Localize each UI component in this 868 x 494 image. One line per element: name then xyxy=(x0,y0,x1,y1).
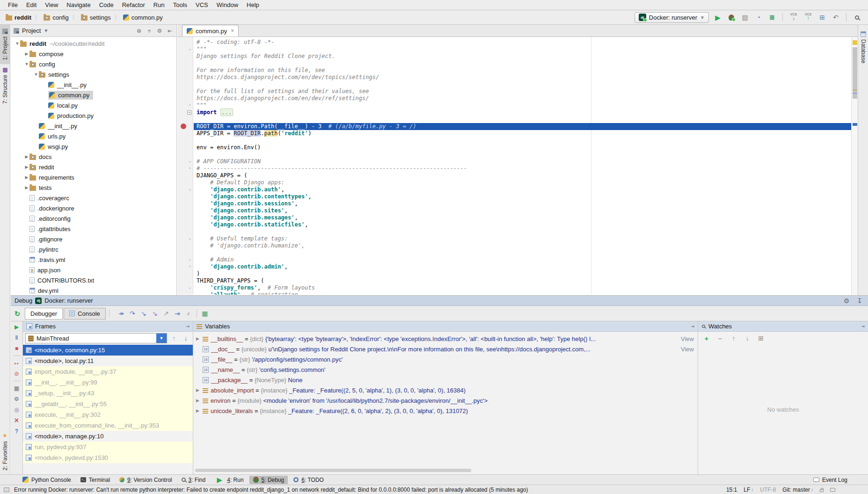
breadcrumb-item-settings[interactable]: settings xyxy=(80,13,112,22)
status-lf[interactable]: LF↕ xyxy=(744,487,753,493)
tree-row--dockerignore[interactable]: .dockerignore xyxy=(11,203,176,213)
code-line[interactable]: import ... xyxy=(194,109,851,116)
tree-row-tests[interactable]: ▶tests xyxy=(11,182,176,193)
tree-row-common-py[interactable]: common.py xyxy=(11,90,176,100)
menu-vcs[interactable]: VCS xyxy=(191,1,212,9)
breadcrumb-item-common-py[interactable]: common.py xyxy=(122,13,164,22)
rerun-icon[interactable] xyxy=(13,309,22,318)
show-execution-point-icon[interactable] xyxy=(117,309,126,318)
tree-collapsed-arrow[interactable]: ▶ xyxy=(24,154,29,159)
vcs-update-icon[interactable]: VCS↓ xyxy=(788,13,799,22)
code-line[interactable]: https://docs.djangoproject.com/en/dev/re… xyxy=(194,95,851,102)
tree-row-reddit[interactable]: ▶reddit xyxy=(11,162,176,172)
console-layout-icon[interactable] xyxy=(200,309,210,318)
code-line[interactable]: 'django.contrib.staticfiles', xyxy=(194,221,851,228)
scrollbar-thumb[interactable] xyxy=(853,47,857,99)
frame-row[interactable]: <module>, pydevd.py:1530 xyxy=(23,452,193,463)
code-line[interactable]: # 'django.contrib.humanize', xyxy=(194,242,851,249)
code-line[interactable]: 'django.contrib.sessions', xyxy=(194,200,851,207)
stripe-mark-tan[interactable] xyxy=(853,89,857,91)
debug-tab-debugger[interactable]: Debugger xyxy=(25,308,63,320)
menu-tools[interactable]: Tools xyxy=(169,1,191,9)
tree-collapsed-arrow[interactable]: ▶ xyxy=(24,185,29,190)
view-breakpoints-icon[interactable] xyxy=(13,359,21,367)
stop-icon[interactable] xyxy=(13,345,21,352)
code-line[interactable]: # APP CONFIGURATION xyxy=(194,158,851,165)
variable-row-absolute_import[interactable]: ▶absolute_import = {instance} _Feature: … xyxy=(193,385,698,395)
fold-open-icon[interactable]: ⌄ xyxy=(188,159,192,163)
expand-arrow-icon[interactable]: ▶ xyxy=(195,408,200,413)
tree-row-__init__-py[interactable]: __init__.py xyxy=(11,80,176,90)
code-line[interactable]: 'django.contrib.admin', xyxy=(194,263,851,270)
code-line[interactable] xyxy=(194,151,851,158)
tree-collapsed-arrow[interactable]: ▶ xyxy=(24,51,29,56)
view-link[interactable]: View xyxy=(681,346,696,353)
fold-open-icon[interactable]: ⌄ xyxy=(188,257,192,262)
add-icon[interactable] xyxy=(702,334,711,343)
duplicate-icon[interactable] xyxy=(756,334,766,343)
move-down-icon[interactable] xyxy=(743,334,752,343)
recent-changes-icon[interactable] xyxy=(817,13,827,22)
thread-selector[interactable]: MainThread ▼ xyxy=(25,333,167,343)
stripe-mark-execution[interactable] xyxy=(853,123,857,126)
toolwindow-button-database[interactable]: Database xyxy=(858,28,868,67)
code-line[interactable]: APPS_DIR = ROOT_DIR.path('reddit') xyxy=(194,130,851,137)
code-line[interactable]: 'django.contrib.messages', xyxy=(194,214,851,221)
toolwindow-button-4-run[interactable]: 4: Run xyxy=(211,474,247,486)
hide-icon[interactable] xyxy=(166,27,174,35)
variable-row-environ[interactable]: ▶environ = {module} <module 'environ' fr… xyxy=(193,395,698,406)
fold-expand-icon[interactable]: + xyxy=(187,110,191,115)
menu-code[interactable]: Code xyxy=(95,1,118,9)
tree-row-settings[interactable]: ▼settings xyxy=(11,69,176,80)
editor-tab-common-py[interactable]: common.py × xyxy=(182,25,239,36)
frame-row[interactable]: <module>, local.py:11 xyxy=(23,356,193,366)
code-line[interactable]: 'django.contrib.auth', xyxy=(194,186,851,193)
tree-row-requirements[interactable]: ▶requirements xyxy=(11,172,176,182)
code-line[interactable]: ) xyxy=(194,270,851,277)
rollback-icon[interactable] xyxy=(831,13,840,22)
tree-collapsed-arrow[interactable]: ▶ xyxy=(24,175,29,180)
menu-navigate[interactable]: Navigate xyxy=(62,1,95,9)
help-icon[interactable] xyxy=(13,428,21,435)
variable-row-__file__[interactable]: __file__ = {str} '/app/config/settings/c… xyxy=(193,354,698,364)
stripe-mark-lavender[interactable] xyxy=(853,93,857,94)
variable-row-__name__[interactable]: __name__ = {str} 'config.settings.common… xyxy=(193,364,698,375)
mute-breakpoints-icon[interactable] xyxy=(13,370,21,378)
code-line[interactable]: # Default Django apps: xyxy=(194,179,851,186)
code-line[interactable]: env = environ.Env() xyxy=(194,144,851,151)
code-line[interactable] xyxy=(194,60,851,67)
force-step-into-icon[interactable] xyxy=(150,309,160,318)
fold-open-icon[interactable]: ⌄ xyxy=(188,236,192,240)
concurrency-icon[interactable] xyxy=(767,13,777,22)
vcs-commit-icon[interactable]: VCS↑ xyxy=(803,13,813,22)
pause-icon[interactable] xyxy=(13,334,21,341)
horizontal-scrollbar[interactable] xyxy=(195,469,471,472)
tree-expanded-arrow[interactable]: ▼ xyxy=(24,62,29,66)
run-configuration-select[interactable]: dj Docker: runserver ▼ xyxy=(635,12,709,23)
view-link[interactable]: View xyxy=(681,335,696,342)
tree-row--travis-yml[interactable]: .travis.yml xyxy=(11,254,176,265)
code-line[interactable] xyxy=(194,249,851,256)
frame-row[interactable]: __getattr__, __init__.py:55 xyxy=(23,399,193,409)
tree-row-production-py[interactable]: production.py xyxy=(11,110,176,121)
tree-row-app-json[interactable]: app.json xyxy=(11,265,176,275)
search-everywhere-icon[interactable] xyxy=(852,13,861,22)
status-utf-8[interactable]: UTF-8 xyxy=(760,487,776,493)
code-line[interactable] xyxy=(194,116,851,123)
frame-row[interactable]: execute_from_command_line, __init__.py:3… xyxy=(23,420,193,431)
tree-row--coveragerc[interactable]: .coveragerc xyxy=(11,193,176,203)
tree-row--pylintrc[interactable]: .pylintrc xyxy=(11,244,176,254)
frame-row[interactable]: _setup, __init__.py:43 xyxy=(23,388,193,399)
tree-row--editorconfig[interactable]: .editorconfig xyxy=(11,213,176,224)
tree-row-reddit[interactable]: ▼reddit~/cookiecutter/reddit xyxy=(11,38,176,49)
code-line[interactable]: # Admin xyxy=(194,256,851,263)
panel-options-icon[interactable] xyxy=(691,324,694,329)
evaluate-expression-icon[interactable] xyxy=(184,309,193,318)
tree-row-compose[interactable]: ▶compose xyxy=(11,49,176,59)
tree-row-CONTRIBUTORS-txt[interactable]: CONTRIBUTORS.txt xyxy=(11,275,176,285)
code-line[interactable]: For the full list of settings and their … xyxy=(194,88,851,95)
menu-help[interactable]: Help xyxy=(242,1,263,9)
fold-open-icon[interactable]: ⌄ xyxy=(188,46,192,51)
status-lock[interactable] xyxy=(820,487,824,492)
frame-row[interactable]: execute, __init__.py:302 xyxy=(23,409,193,420)
